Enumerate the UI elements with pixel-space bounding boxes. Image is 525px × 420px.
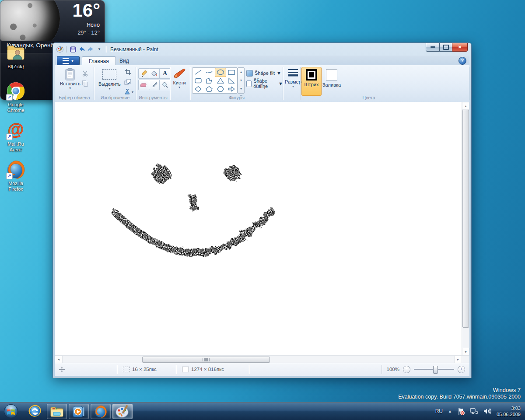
pencil-icon	[141, 70, 147, 77]
taskbar-item-explorer[interactable]	[47, 404, 67, 419]
gallery-down-icon[interactable]: ▼	[238, 76, 244, 84]
resize-button[interactable]	[122, 77, 133, 87]
current-temp: 16°	[72, 0, 100, 21]
taskbar-item-firefox[interactable]	[91, 404, 111, 419]
scroll-right-icon[interactable]: ►	[454, 356, 462, 363]
shape-diamond[interactable]	[192, 85, 204, 93]
firefox-icon	[94, 405, 108, 419]
eraser-tool[interactable]	[138, 80, 150, 90]
qat-separator	[66, 46, 66, 52]
shape-outline-icon	[246, 80, 252, 87]
undo-icon[interactable]	[77, 46, 86, 53]
color1-button[interactable]: Штрих	[301, 67, 322, 96]
paint-taskbar-icon	[115, 405, 130, 418]
color2-button[interactable]: Заливка	[322, 67, 342, 96]
shape-triangle[interactable]	[215, 77, 226, 85]
size-button[interactable]: Размер ▼	[283, 67, 303, 89]
title-separator	[106, 46, 106, 52]
desktop-icon-firefox[interactable]: ↗Mozilla Firefox	[0, 160, 32, 192]
copy-button[interactable]	[79, 78, 91, 89]
maximize-button[interactable]	[440, 43, 452, 52]
group-colors: Штрих Заливка Изменение цветов Цвета	[301, 65, 469, 102]
horizontal-scrollbar[interactable]: ◄ ►	[55, 355, 462, 363]
internet-explorer-icon	[28, 404, 42, 418]
shape-gallery-scroll: ▲ ▼ ▼▔	[238, 67, 245, 94]
size-icon	[287, 68, 299, 79]
folder-icon	[50, 405, 64, 418]
paint-app-icon[interactable]	[56, 46, 64, 52]
status-divider	[249, 365, 249, 374]
fill-tool[interactable]	[149, 68, 160, 79]
crop-button[interactable]	[122, 66, 133, 77]
shape-fill-button[interactable]: Šháρe fiłt ▼	[246, 69, 281, 77]
help-icon[interactable]: ?	[458, 57, 466, 65]
selection-size-indicator: 16 × 25пкс	[123, 363, 157, 375]
desktop[interactable]: КомпьютерBl{Zick}↗Google Chrome@↗Mail.Ru…	[0, 0, 525, 420]
shape-outline-button[interactable]: Šĥåþe óüŧlīηe ▼	[246, 79, 283, 88]
tab-home[interactable]: Главная	[82, 56, 116, 66]
zoom-in-button[interactable]: +	[458, 366, 465, 373]
image-size-indicator: 1274 × 816пкс	[182, 363, 224, 375]
select-button[interactable]: Выделить ▼	[97, 67, 122, 91]
caption-buttons: ✕	[426, 43, 468, 52]
scroll-down-icon[interactable]: ▼	[462, 348, 469, 356]
color-picker-tool[interactable]	[149, 80, 160, 90]
zoom-level: 100%	[387, 367, 399, 372]
text-tool[interactable]: A	[159, 68, 171, 79]
shortcut-arrow-icon: ↗	[6, 173, 13, 179]
shape-line[interactable]	[192, 68, 204, 77]
shape-curve[interactable]	[204, 68, 215, 77]
zoom-control: 100% − +	[387, 363, 465, 375]
window-client: ▼ Главная Вид ? Вставить ▼	[55, 56, 469, 376]
shape-polygon[interactable]	[204, 77, 215, 85]
scroll-up-icon[interactable]: ▲	[462, 102, 469, 110]
cut-button[interactable]	[79, 68, 91, 78]
shape-pentagon[interactable]	[204, 85, 215, 93]
paint-canvas[interactable]	[55, 102, 462, 356]
network-icon[interactable]	[470, 408, 478, 415]
shape-gallery	[192, 67, 238, 94]
tab-view[interactable]: Вид	[113, 56, 136, 65]
watermark-os: Windows 7	[398, 387, 521, 393]
application-menu-button[interactable]: ▼	[57, 56, 80, 66]
title-bar[interactable]: ▼ Безымянный - Paint ✕	[53, 43, 471, 56]
paste-button[interactable]: Вставить ▼	[58, 67, 82, 91]
zoom-out-button[interactable]: −	[403, 366, 410, 373]
action-center-icon[interactable]	[457, 408, 465, 415]
shape-rounded-rectangle[interactable]	[192, 77, 204, 85]
taskbar-item-ie[interactable]	[25, 404, 45, 418]
scroll-left-icon[interactable]: ◄	[55, 356, 63, 363]
taskbar-item-paint[interactable]	[112, 404, 133, 419]
shape-hexagon[interactable]	[215, 85, 226, 93]
clock[interactable]: 3:03 05.06.2009	[497, 405, 521, 418]
gallery-up-icon[interactable]: ▲	[238, 68, 244, 76]
desktop-icon-mailru[interactable]: @↗Mail.Ru Агент	[0, 120, 32, 153]
magnifier-tool[interactable]	[159, 80, 171, 90]
save-icon[interactable]	[69, 46, 77, 53]
shape-rectangle[interactable]	[226, 68, 238, 77]
start-button[interactable]	[2, 404, 20, 418]
shape-arrow-right[interactable]	[226, 85, 238, 93]
scissors-icon	[82, 70, 88, 77]
minimize-button[interactable]	[426, 43, 440, 52]
vertical-scrollbar[interactable]: ▲ ▼	[462, 102, 469, 356]
image-size-icon	[182, 367, 189, 372]
windows-orb-icon	[4, 404, 18, 419]
close-button[interactable]: ✕	[452, 43, 468, 52]
shape-right-triangle[interactable]	[226, 77, 238, 85]
zoom-slider-thumb[interactable]	[433, 366, 438, 374]
taskbar-item-wmp[interactable]	[69, 404, 89, 419]
vertical-scroll-thumb[interactable]	[462, 110, 469, 328]
zoom-slider[interactable]	[414, 369, 454, 370]
volume-icon[interactable]	[483, 408, 491, 415]
group-brushes: Кисти ▼	[170, 65, 190, 102]
tray-expand-icon[interactable]: ▲	[448, 409, 452, 413]
pencil-tool[interactable]	[138, 68, 150, 79]
horizontal-scroll-thumb[interactable]	[142, 357, 270, 363]
shape-oval[interactable]	[215, 68, 226, 77]
redo-icon[interactable]	[86, 46, 95, 53]
brushes-button[interactable]: Кисти ▼	[171, 67, 188, 90]
language-indicator[interactable]: RU	[435, 408, 443, 414]
qat-dropdown-icon[interactable]: ▼	[95, 46, 104, 53]
clipboard-icon	[64, 68, 76, 81]
